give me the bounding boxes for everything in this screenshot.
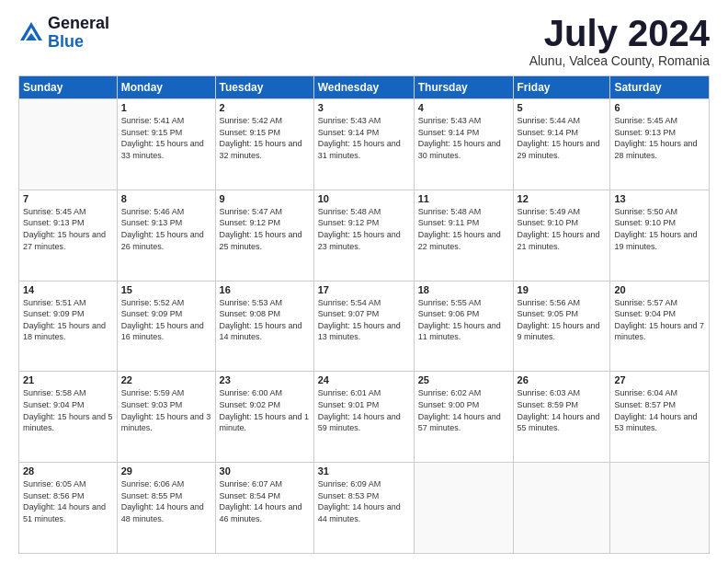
day-number: 9 — [220, 193, 310, 204]
calendar-cell: 6Sunrise: 5:45 AM Sunset: 9:13 PM Daylig… — [610, 99, 710, 190]
day-info: Sunrise: 5:57 AM Sunset: 9:04 PM Dayligh… — [614, 297, 705, 343]
calendar-week-row: 1Sunrise: 5:41 AM Sunset: 9:15 PM Daylig… — [19, 99, 710, 190]
day-number: 26 — [518, 374, 607, 385]
calendar-cell: 28Sunrise: 6:05 AM Sunset: 8:56 PM Dayli… — [19, 463, 118, 554]
day-info: Sunrise: 5:46 AM Sunset: 9:13 PM Dayligh… — [121, 206, 211, 252]
day-number: 17 — [318, 284, 410, 295]
day-info: Sunrise: 6:02 AM Sunset: 9:00 PM Dayligh… — [418, 387, 509, 433]
weekday-header-row: Sunday Monday Tuesday Wednesday Thursday… — [19, 76, 710, 99]
day-info: Sunrise: 5:45 AM Sunset: 9:13 PM Dayligh… — [23, 206, 113, 252]
calendar-cell: 14Sunrise: 5:51 AM Sunset: 9:09 PM Dayli… — [19, 281, 118, 372]
header-wednesday: Wednesday — [313, 76, 414, 99]
calendar-cell: 19Sunrise: 5:56 AM Sunset: 9:05 PM Dayli… — [513, 281, 610, 372]
day-number: 15 — [121, 284, 211, 295]
day-info: Sunrise: 6:06 AM Sunset: 8:55 PM Dayligh… — [121, 478, 211, 524]
day-number: 8 — [121, 193, 211, 204]
header-friday: Friday — [513, 76, 610, 99]
day-info: Sunrise: 5:51 AM Sunset: 9:09 PM Dayligh… — [23, 297, 113, 343]
day-info: Sunrise: 6:03 AM Sunset: 8:59 PM Dayligh… — [518, 387, 607, 433]
day-number: 24 — [318, 374, 410, 385]
title-block: July 2024 Alunu, Valcea County, Romania — [529, 15, 710, 68]
day-number: 7 — [23, 193, 113, 204]
day-info: Sunrise: 6:01 AM Sunset: 9:01 PM Dayligh… — [318, 387, 410, 433]
logo-icon — [18, 20, 44, 46]
day-info: Sunrise: 5:43 AM Sunset: 9:14 PM Dayligh… — [418, 115, 509, 161]
day-info: Sunrise: 5:54 AM Sunset: 9:07 PM Dayligh… — [318, 297, 410, 343]
day-info: Sunrise: 5:52 AM Sunset: 9:09 PM Dayligh… — [121, 297, 211, 343]
calendar-cell: 15Sunrise: 5:52 AM Sunset: 9:09 PM Dayli… — [117, 281, 215, 372]
day-number: 2 — [220, 102, 310, 113]
day-number: 31 — [318, 465, 410, 477]
day-info: Sunrise: 5:48 AM Sunset: 9:11 PM Dayligh… — [418, 206, 509, 252]
calendar-cell: 4Sunrise: 5:43 AM Sunset: 9:14 PM Daylig… — [414, 99, 513, 190]
calendar-cell: 27Sunrise: 6:04 AM Sunset: 8:57 PM Dayli… — [610, 372, 710, 463]
day-number: 10 — [318, 193, 410, 204]
day-info: Sunrise: 5:41 AM Sunset: 9:15 PM Dayligh… — [121, 115, 211, 161]
day-info: Sunrise: 5:44 AM Sunset: 9:14 PM Dayligh… — [518, 115, 607, 161]
calendar-cell: 20Sunrise: 5:57 AM Sunset: 9:04 PM Dayli… — [610, 281, 710, 372]
day-number: 3 — [318, 102, 410, 113]
day-info: Sunrise: 6:07 AM Sunset: 8:54 PM Dayligh… — [220, 478, 310, 524]
calendar-cell: 31Sunrise: 6:09 AM Sunset: 8:53 PM Dayli… — [313, 463, 414, 554]
header: General Blue July 2024 Alunu, Valcea Cou… — [18, 15, 710, 68]
calendar-cell: 16Sunrise: 5:53 AM Sunset: 9:08 PM Dayli… — [215, 281, 313, 372]
day-info: Sunrise: 5:58 AM Sunset: 9:04 PM Dayligh… — [23, 387, 113, 433]
day-info: Sunrise: 5:59 AM Sunset: 9:03 PM Dayligh… — [121, 387, 211, 433]
page: General Blue July 2024 Alunu, Valcea Cou… — [0, 0, 728, 563]
day-info: Sunrise: 5:56 AM Sunset: 9:05 PM Dayligh… — [518, 297, 607, 343]
day-number: 5 — [518, 102, 607, 113]
calendar-cell: 25Sunrise: 6:02 AM Sunset: 9:00 PM Dayli… — [414, 372, 513, 463]
day-info: Sunrise: 5:45 AM Sunset: 9:13 PM Dayligh… — [614, 115, 705, 161]
logo-text: General Blue — [48, 15, 109, 52]
day-info: Sunrise: 6:05 AM Sunset: 8:56 PM Dayligh… — [23, 478, 113, 524]
calendar-cell: 9Sunrise: 5:47 AM Sunset: 9:12 PM Daylig… — [215, 190, 313, 281]
location: Alunu, Valcea County, Romania — [529, 53, 710, 68]
day-number: 25 — [418, 374, 509, 385]
day-info: Sunrise: 5:43 AM Sunset: 9:14 PM Dayligh… — [318, 115, 410, 161]
day-info: Sunrise: 5:42 AM Sunset: 9:15 PM Dayligh… — [220, 115, 310, 161]
logo-general: General — [48, 15, 109, 33]
calendar-cell: 7Sunrise: 5:45 AM Sunset: 9:13 PM Daylig… — [19, 190, 118, 281]
calendar-week-row: 21Sunrise: 5:58 AM Sunset: 9:04 PM Dayli… — [19, 372, 710, 463]
calendar-cell — [513, 463, 610, 554]
header-sunday: Sunday — [19, 76, 118, 99]
day-number: 13 — [614, 193, 705, 204]
day-number: 14 — [23, 284, 113, 295]
calendar-cell: 22Sunrise: 5:59 AM Sunset: 9:03 PM Dayli… — [117, 372, 215, 463]
day-number: 4 — [418, 102, 509, 113]
logo-blue: Blue — [48, 33, 109, 52]
calendar-cell: 12Sunrise: 5:49 AM Sunset: 9:10 PM Dayli… — [513, 190, 610, 281]
calendar-cell: 26Sunrise: 6:03 AM Sunset: 8:59 PM Dayli… — [513, 372, 610, 463]
day-info: Sunrise: 5:53 AM Sunset: 9:08 PM Dayligh… — [220, 297, 310, 343]
day-info: Sunrise: 5:55 AM Sunset: 9:06 PM Dayligh… — [418, 297, 509, 343]
header-tuesday: Tuesday — [215, 76, 313, 99]
day-number: 30 — [220, 465, 310, 477]
day-info: Sunrise: 6:00 AM Sunset: 9:02 PM Dayligh… — [220, 387, 310, 433]
calendar-cell — [610, 463, 710, 554]
calendar-cell: 17Sunrise: 5:54 AM Sunset: 9:07 PM Dayli… — [313, 281, 414, 372]
calendar-cell: 11Sunrise: 5:48 AM Sunset: 9:11 PM Dayli… — [414, 190, 513, 281]
header-thursday: Thursday — [414, 76, 513, 99]
calendar-cell: 23Sunrise: 6:00 AM Sunset: 9:02 PM Dayli… — [215, 372, 313, 463]
day-number: 22 — [121, 374, 211, 385]
calendar-cell: 10Sunrise: 5:48 AM Sunset: 9:12 PM Dayli… — [313, 190, 414, 281]
day-number: 18 — [418, 284, 509, 295]
calendar-cell: 13Sunrise: 5:50 AM Sunset: 9:10 PM Dayli… — [610, 190, 710, 281]
day-number: 6 — [614, 102, 705, 113]
calendar-table: Sunday Monday Tuesday Wednesday Thursday… — [18, 75, 710, 554]
day-number: 27 — [614, 374, 705, 385]
day-info: Sunrise: 5:47 AM Sunset: 9:12 PM Dayligh… — [220, 206, 310, 252]
day-number: 11 — [418, 193, 509, 204]
calendar-week-row: 7Sunrise: 5:45 AM Sunset: 9:13 PM Daylig… — [19, 190, 710, 281]
calendar-cell — [19, 99, 118, 190]
day-number: 20 — [614, 284, 705, 295]
header-monday: Monday — [117, 76, 215, 99]
calendar-cell: 29Sunrise: 6:06 AM Sunset: 8:55 PM Dayli… — [117, 463, 215, 554]
calendar-cell: 5Sunrise: 5:44 AM Sunset: 9:14 PM Daylig… — [513, 99, 610, 190]
day-info: Sunrise: 5:48 AM Sunset: 9:12 PM Dayligh… — [318, 206, 410, 252]
day-number: 29 — [121, 465, 211, 477]
calendar-week-row: 14Sunrise: 5:51 AM Sunset: 9:09 PM Dayli… — [19, 281, 710, 372]
day-info: Sunrise: 6:09 AM Sunset: 8:53 PM Dayligh… — [318, 478, 410, 524]
logo: General Blue — [18, 15, 109, 52]
calendar-cell: 30Sunrise: 6:07 AM Sunset: 8:54 PM Dayli… — [215, 463, 313, 554]
